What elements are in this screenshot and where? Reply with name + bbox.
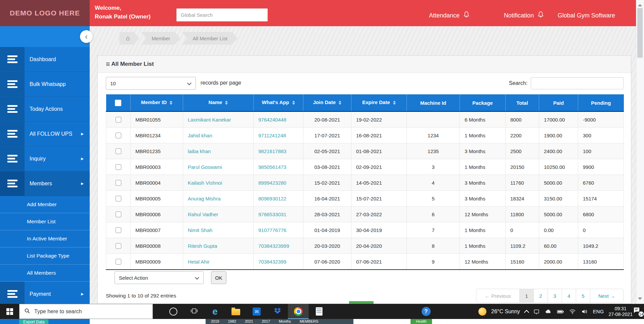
bulk-action-select[interactable]: Select Action [115,271,204,284]
pagination-page-2[interactable]: 2 [533,289,548,303]
row-select-cell [106,191,131,206]
pagination-page-3[interactable]: 3 [548,289,562,303]
taskbar-search[interactable]: Type here to search [19,304,153,319]
chrome-taskbar-button[interactable] [288,304,309,319]
member-name-link[interactable]: Laxmikant Kanekar [188,117,231,123]
weather-sun-icon[interactable] [478,308,486,316]
row-checkbox[interactable] [116,148,121,154]
pagination-page-5[interactable]: 5 [576,289,590,303]
task-view-taskbar-button[interactable] [184,304,205,319]
sidebar-subitem-member-list[interactable]: Member List [0,213,90,230]
sidebar-item-dashboard[interactable]: Dashboard [0,47,90,72]
start-button[interactable] [0,304,19,319]
export-data-button[interactable]: Export Data [19,319,48,324]
total-cell: 20150 [506,159,539,175]
row-checkbox[interactable] [116,196,121,201]
column-header-name[interactable]: Name [183,94,254,111]
breadcrumb-item-member[interactable]: Member [141,32,180,45]
sidebar-subitem-all-members[interactable]: All Members [0,265,90,282]
whatsapp-link[interactable]: 8999423280 [258,180,286,186]
member-name-link[interactable]: laiba khan [188,148,211,154]
row-checkbox[interactable] [116,259,121,265]
column-header-what-s-app[interactable]: What's App [254,94,303,111]
battery-icon[interactable] [557,308,564,315]
row-checkbox[interactable] [116,117,121,123]
column-header-member-id[interactable]: Member ID [131,94,183,111]
row-checkbox[interactable] [116,180,121,186]
scrollbar-down-arrow[interactable] [638,297,642,302]
row-checkbox[interactable] [116,243,121,249]
member-name-link[interactable]: Parul Goswami [188,164,222,170]
row-checkbox[interactable] [116,133,121,138]
sidebar-item-today-actions[interactable]: Today Actions [0,97,90,122]
pagination-page-4[interactable]: 4 [562,289,576,303]
wifi-icon[interactable] [569,308,576,315]
pagination-previous[interactable]: ← Previous [476,289,519,303]
records-per-page-select[interactable]: 10 [106,77,196,90]
help-taskbar-button[interactable]: ? [417,304,435,319]
sidebar-item-members[interactable]: Members▶ [0,171,90,196]
file-explorer-taskbar-button[interactable] [225,304,246,319]
member-name-link[interactable]: Anurag Mishra [188,196,221,201]
sort-icon [170,99,172,106]
row-checkbox[interactable] [116,227,121,233]
whatsapp-link[interactable]: 9107776776 [258,227,286,233]
volume-icon[interactable] [581,308,588,315]
ok-button[interactable]: OK [211,271,226,284]
language-indicator[interactable]: ENG [593,309,604,314]
whatsapp-link[interactable]: 9764240448 [258,117,286,123]
global-search-input[interactable] [176,8,268,21]
pagination-page-1[interactable]: 1 [519,289,533,303]
sidebar-collapse-button[interactable]: ‹ [80,30,93,43]
dropbox-taskbar-button[interactable] [267,304,288,319]
row-checkbox[interactable] [116,164,121,170]
sidebar-item-all-follow-ups[interactable]: All FOLLOW UPS▶ [0,122,90,146]
member-name-link[interactable]: Nimit Shah [188,227,212,233]
table-search-input[interactable] [531,77,624,89]
whatsapp-link[interactable]: 9821617883 [258,148,286,154]
whatsapp-link[interactable]: 9850561473 [258,164,286,170]
breadcrumb-home[interactable]: ⌂ [119,32,139,45]
action-center-button[interactable]: 14 [633,306,643,316]
column-header-pending: Pending [578,94,624,111]
select-all-checkbox[interactable] [115,100,121,106]
member-name-link[interactable]: Jahid khan [188,133,212,138]
sidebar-item-payment[interactable]: Payment▶ [0,282,90,304]
sidebar-item-bulk-whatsapp[interactable]: Bulk Whatsapp [0,72,90,97]
member-name-link[interactable]: Kailash Vishnoi [188,180,222,186]
member-name-link[interactable]: Hetal Ahir [188,259,210,265]
notepad-taskbar-button[interactable] [309,304,330,319]
column-header-join-date[interactable]: Join Date [303,94,351,111]
onedrive-icon[interactable] [545,308,552,315]
pagination-next[interactable]: Next → [590,289,623,303]
attendance-button[interactable]: Attendance [429,0,470,26]
cortana-taskbar-button[interactable] [163,304,184,319]
weather-text[interactable]: 26°C Sunny [491,309,520,315]
sidebar-item-inquiry[interactable]: Inquiry▶ [0,146,90,171]
whatsapp-link[interactable]: 9766533031 [258,212,286,217]
cast-icon[interactable] [533,308,540,315]
whatsapp-link[interactable]: 8096930122 [258,196,286,201]
chevron-up-icon[interactable] [525,309,528,314]
mail-taskbar-button[interactable]: ✉ [246,304,267,319]
edge-taskbar-button[interactable]: e [205,304,225,319]
scrollbar-up-arrow[interactable] [638,2,642,6]
whatsapp-link[interactable]: 9711241248 [258,133,286,138]
member-name-cell: Nimit Shah [183,222,254,238]
member-name-link[interactable]: Rahul Vadher [188,212,218,217]
browser-scrollbar[interactable] [636,0,644,304]
scrollbar-thumb[interactable] [637,8,643,58]
sort-icon [292,99,295,106]
sidebar-subitem-add-member[interactable]: Add Member [0,196,90,213]
breadcrumb-item-all-member-list[interactable]: All Member List [182,32,238,45]
notification-button[interactable]: Notification [504,0,545,26]
table-row: MBR00009Hetal Ahir703843239907-06-202007… [106,254,624,270]
whatsapp-link[interactable]: 70384323999 [258,243,289,249]
sidebar-subitem-in-active-member[interactable]: In Active Member [0,230,90,247]
sidebar-subitem-list-package-type[interactable]: List Package Type [0,247,90,265]
column-header-expire-date[interactable]: Expire Date [351,94,407,111]
taskbar-clock[interactable]: 09:31 27-08-2021 [608,306,633,317]
member-name-link[interactable]: Ritesh Gupta [188,243,217,249]
whatsapp-link[interactable]: 7038432399 [258,259,286,265]
row-checkbox[interactable] [116,212,121,217]
